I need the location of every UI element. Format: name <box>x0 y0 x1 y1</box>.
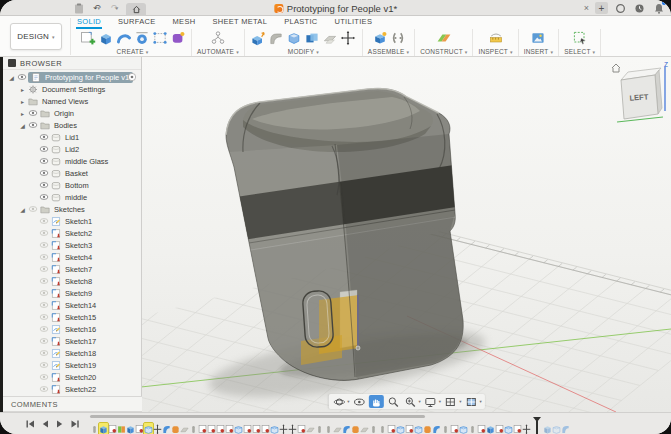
timeline-feature-sketch[interactable] <box>207 423 216 434</box>
timeline-feature-shell[interactable] <box>414 423 423 434</box>
revolve-icon[interactable] <box>133 30 150 47</box>
visibility-eye-icon[interactable] <box>27 109 39 117</box>
timeline-feature-sketch[interactable] <box>450 423 459 434</box>
timeline-feature-sketch[interactable] <box>135 423 144 434</box>
new-tab-button[interactable]: + <box>595 2 608 14</box>
visibility-eye-icon[interactable] <box>38 229 50 237</box>
extrude-icon[interactable] <box>97 30 114 47</box>
visibility-eye-icon[interactable] <box>38 133 50 141</box>
form-icon[interactable] <box>169 30 186 47</box>
timeline-feature-pin[interactable] <box>468 423 477 434</box>
tree-item-sketches[interactable]: ◢Sketches <box>3 203 141 215</box>
timeline-scrollbar[interactable] <box>90 415 425 418</box>
selected-item-highlight[interactable]: Prototyping for People v1 <box>28 72 133 83</box>
tab-surface[interactable]: SURFACE <box>117 17 157 29</box>
tree-item-named-views[interactable]: ▸Named Views <box>3 95 141 107</box>
tab-mesh[interactable]: MESH <box>172 17 197 29</box>
tree-item-sketch14[interactable]: Sketch14 <box>3 299 141 311</box>
grid-settings-caret-icon[interactable]: ▾ <box>459 399 461 404</box>
scene-canvas[interactable] <box>142 57 671 412</box>
timeline-feature-fillet[interactable] <box>162 423 171 434</box>
move-icon[interactable] <box>340 30 357 47</box>
tree-item-bodies[interactable]: ◢Bodies <box>3 119 141 131</box>
timeline-feature-pin[interactable] <box>90 423 99 434</box>
tree-item-lid2[interactable]: Lid2 <box>3 143 141 155</box>
timeline-feature-move[interactable] <box>288 423 297 434</box>
visibility-eye-icon[interactable] <box>38 301 50 309</box>
script-icon[interactable] <box>209 30 226 47</box>
group-label-inspect[interactable]: INSPECT ▾ <box>478 48 512 55</box>
timeline-feature-shell[interactable] <box>396 423 405 434</box>
group-label-automate[interactable]: AUTOMATE ▾ <box>197 48 239 55</box>
group-label-create[interactable]: CREATE ▾ <box>117 48 149 55</box>
visibility-eye-icon[interactable] <box>38 373 50 381</box>
display-settings-button[interactable] <box>423 395 438 408</box>
visibility-eye-icon[interactable] <box>38 289 50 297</box>
look-at-button[interactable] <box>352 395 367 408</box>
timeline-feature-pin[interactable] <box>441 423 450 434</box>
comments-bar[interactable]: COMMENTS <box>3 396 142 412</box>
timeline-feature-sketch[interactable] <box>405 423 414 434</box>
joint-icon[interactable] <box>389 30 406 47</box>
model-viewport[interactable]: LEFT Z ▾▾▾▾▾ <box>142 57 671 412</box>
timeline-feature-shell[interactable] <box>144 423 153 434</box>
tree-item-sketch22[interactable]: Sketch22 <box>3 383 141 395</box>
timeline-feature-component[interactable] <box>117 423 126 434</box>
timeline-feature-sketch[interactable] <box>216 423 225 434</box>
timeline-feature-shell[interactable] <box>234 423 243 434</box>
timeline-feature-fillet[interactable] <box>342 423 351 434</box>
expand-icon[interactable]: ▸ <box>18 98 27 105</box>
pattern-icon[interactable] <box>151 30 168 47</box>
construction-plane-icon[interactable] <box>435 30 452 47</box>
visibility-eye-icon[interactable] <box>38 217 50 225</box>
visibility-eye-icon[interactable] <box>38 337 50 345</box>
timeline-feature-pin[interactable] <box>324 423 333 434</box>
fit-caret-icon[interactable]: ▾ <box>419 399 421 404</box>
press-pull-icon[interactable] <box>250 30 267 47</box>
clock-icon[interactable] <box>633 2 646 14</box>
timeline-feature-sketch[interactable] <box>243 423 252 434</box>
close-tab-icon[interactable]: × <box>584 3 589 13</box>
document-tab[interactable]: Prototyping for People v1* <box>274 0 397 16</box>
tree-item-document-settings[interactable]: ▸Document Settings <box>3 83 141 95</box>
expand-icon[interactable]: ▸ <box>18 110 27 117</box>
timeline-feature-extrude[interactable] <box>126 423 135 434</box>
timeline-step-forward-button[interactable] <box>54 418 66 430</box>
tree-item-sketch19[interactable]: Sketch19 <box>3 359 141 371</box>
visibility-eye-icon[interactable] <box>38 157 50 165</box>
viewports-caret-icon[interactable]: ▾ <box>479 399 481 404</box>
tree-item-lid1[interactable]: Lid1 <box>3 131 141 143</box>
timeline-feature-sketch[interactable] <box>108 423 117 434</box>
tree-item-sketch9[interactable]: Sketch9 <box>3 287 141 299</box>
tree-item-sketch15[interactable]: Sketch15 <box>3 311 141 323</box>
tree-item-sketch3[interactable]: Sketch3 <box>3 239 141 251</box>
group-label-select[interactable]: SELECT ▾ <box>564 48 595 55</box>
browser-header[interactable]: BROWSER <box>3 57 141 70</box>
timeline-feature-extrude[interactable] <box>99 423 108 434</box>
grid-settings-button[interactable] <box>443 395 458 408</box>
timeline-feature-shell[interactable] <box>504 423 513 434</box>
tree-item-sketch7[interactable]: Sketch7 <box>3 263 141 275</box>
timeline-feature-sketch[interactable] <box>261 423 270 434</box>
visibility-eye-icon[interactable] <box>38 277 50 285</box>
redo-button[interactable]: ↷▾ <box>108 2 121 14</box>
timeline-feature-sketch[interactable] <box>387 423 396 434</box>
timeline-feature-sketch[interactable] <box>495 423 504 434</box>
display-settings-caret-icon[interactable]: ▾ <box>439 399 441 404</box>
tab-sheet-metal[interactable]: SHEET METAL <box>211 17 268 29</box>
visibility-eye-icon[interactable] <box>38 265 50 273</box>
shell-icon[interactable] <box>286 30 303 47</box>
tree-item-origin[interactable]: ▸Origin <box>3 107 141 119</box>
timeline-step-back-button[interactable] <box>39 418 51 430</box>
timeline-feature-erase[interactable] <box>306 423 315 434</box>
tree-item-sketch18[interactable]: Sketch18 <box>3 347 141 359</box>
viewcube[interactable]: LEFT Z <box>609 59 671 133</box>
tree-item-sketch2[interactable]: Sketch2 <box>3 227 141 239</box>
orbit-caret-icon[interactable]: ▾ <box>347 399 349 404</box>
timeline-feature-form[interactable] <box>171 423 180 434</box>
visibility-eye-icon[interactable] <box>38 325 50 333</box>
timeline-go-to-end-button[interactable] <box>69 418 81 430</box>
timeline-position-marker[interactable] <box>532 420 542 434</box>
collapse-icon[interactable]: ◢ <box>18 206 27 213</box>
notifications-bell-icon[interactable] <box>652 2 665 14</box>
